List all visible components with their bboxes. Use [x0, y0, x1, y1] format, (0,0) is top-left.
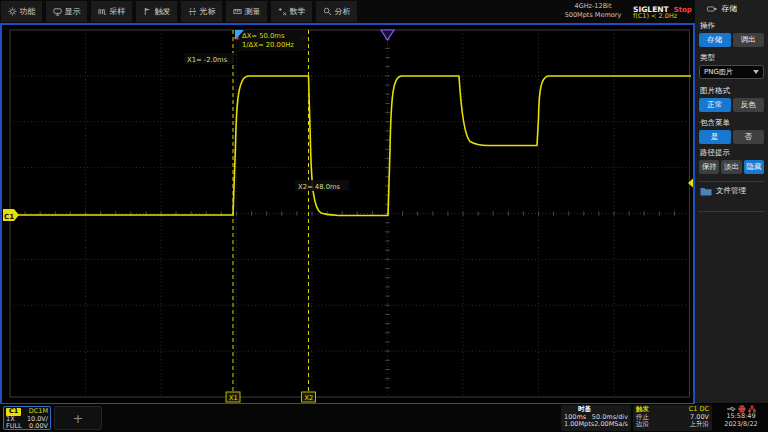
- x2-value: X2= 48.0ms: [298, 183, 341, 191]
- menu-acquire[interactable]: 采样: [91, 1, 132, 22]
- clock-area: 15:58:49 2023/8/22: [716, 405, 766, 431]
- delta-x-value: ΔX= 50.0ms: [242, 32, 285, 40]
- path-hint-label: 路径提示: [700, 148, 730, 158]
- operation-label: 操作: [700, 21, 715, 31]
- menu-trigger[interactable]: 触发: [136, 1, 177, 22]
- menu-math[interactable]: 数学: [271, 1, 312, 22]
- include-menu-label: 包含菜单: [700, 118, 730, 128]
- channel1-descriptor[interactable]: C1 DC1M 1X 10.0V/ FULL 0.00V: [3, 406, 51, 430]
- inverse-delta-x-value: 1/ΔX= 20.00Hz: [242, 41, 294, 49]
- timebase-samplerate: 2.00MSa/s: [594, 421, 628, 429]
- recall-button[interactable]: 调出: [733, 33, 765, 47]
- operation-buttons: 存储 调出: [699, 33, 764, 47]
- display-icon: [53, 7, 62, 16]
- trigger-type: 边沿: [636, 421, 649, 429]
- channel1-level-tag[interactable]: C1: [3, 209, 19, 221]
- path-hint-keep-button[interactable]: 保持: [699, 160, 719, 174]
- top-menu-bar: 功能 显示 采样 触发 光标 测量 数学 分析: [0, 0, 768, 23]
- x1-value: X1= -2.0ms: [187, 56, 228, 64]
- storage-icon: [707, 5, 717, 13]
- include-menu-no-button[interactable]: 否: [733, 130, 765, 144]
- storage-menu-title: 存储: [721, 3, 737, 14]
- channel1-offset: 0.00V: [29, 423, 48, 431]
- storage-menu-panel: 存储 操作 存储 调出 类型 PNG图片 图片格式 正常 反色 包含菜单 是 否…: [695, 0, 768, 403]
- menu-trigger-label: 触发: [155, 6, 171, 17]
- cursor-x1-tag-text: X1: [229, 394, 238, 402]
- cursor-x1-tag[interactable]: X1: [226, 392, 240, 402]
- chevron-down-icon: [753, 70, 759, 74]
- bandwidth-text: 4GHz-12Bit: [556, 2, 630, 11]
- plus-icon: +: [73, 412, 84, 425]
- storage-menu-header: 存储: [695, 0, 768, 17]
- trigger-slope: 上升沿: [690, 421, 710, 429]
- menu-analysis[interactable]: 分析: [316, 1, 357, 22]
- sampling-icon: [98, 7, 107, 16]
- scope-spec: 4GHz-12Bit 500Mpts Memory: [556, 2, 630, 20]
- timebase-descriptor[interactable]: 时基 100ms 50.0ms/div 1.00Mpts 2.00MSa/s: [561, 405, 631, 431]
- waveform-display-area: ΔX= 50.0ms 1/ΔX= 20.00Hz X1= -2.0ms X2= …: [0, 23, 695, 405]
- bottom-status-bar: C1 DC1M 1X 10.0V/ FULL 0.00V + 时基 100ms …: [0, 404, 768, 432]
- analysis-icon: [323, 7, 332, 16]
- menu-display[interactable]: 显示: [46, 1, 87, 22]
- flag-icon: [143, 7, 152, 16]
- grid-lines: [10, 30, 690, 397]
- clock-date: 2023/8/22: [716, 421, 766, 429]
- channel1-bandwidth: FULL: [6, 423, 22, 431]
- math-icon: [278, 7, 287, 16]
- file-manager-button[interactable]: 文件管理: [700, 186, 746, 196]
- path-hint-hide-button[interactable]: 隐藏: [744, 160, 764, 174]
- menu-display-label: 显示: [65, 6, 81, 17]
- menu-utility[interactable]: 功能: [1, 1, 42, 22]
- gear-icon: [8, 7, 17, 16]
- cursor-x2-tag-text: X2: [305, 394, 314, 402]
- trigger-position-marker[interactable]: [381, 30, 394, 40]
- image-format-buttons: 正常 反色: [699, 98, 764, 112]
- axis-ticks: [10, 30, 674, 388]
- menu-cursors[interactable]: 光标: [181, 1, 222, 22]
- path-hint-buttons: 保持 淡出 隐藏: [699, 160, 764, 174]
- include-menu-buttons: 是 否: [699, 130, 764, 144]
- file-type-value: PNG图片: [704, 67, 733, 77]
- include-menu-yes-button[interactable]: 是: [699, 130, 731, 144]
- menu-cursors-label: 光标: [200, 6, 216, 17]
- sidebar-divider: [698, 181, 765, 182]
- trigger-descriptor[interactable]: 触发 C1 DC 停止 7.00V 边沿 上升沿: [633, 405, 712, 431]
- file-type-dropdown[interactable]: PNG图片: [699, 65, 764, 79]
- timebase-points: 1.00Mpts: [564, 421, 594, 429]
- oscilloscope-screen: 功能 显示 采样 触发 光标 测量 数学 分析: [0, 0, 768, 432]
- format-invert-button[interactable]: 反色: [733, 98, 765, 112]
- measure-icon: [233, 7, 242, 16]
- frequency-counter: f(C1) < 2.0Hz: [633, 12, 677, 20]
- trigger-level-arrow[interactable]: [688, 179, 693, 188]
- save-button[interactable]: 存储: [699, 33, 731, 47]
- menu-analysis-label: 分析: [335, 6, 351, 17]
- folder-icon: [700, 187, 712, 196]
- image-format-label: 图片格式: [700, 86, 730, 96]
- channel1-level-tag-text: C1: [4, 213, 14, 221]
- memory-text: 500Mpts Memory: [556, 11, 630, 20]
- waveform-trace-c1: [18, 76, 691, 216]
- menu-acquire-label: 采样: [110, 6, 126, 17]
- cursors-icon: [188, 7, 197, 16]
- menu-measure-label: 测量: [245, 6, 261, 17]
- cursor-x2-tag[interactable]: X2: [302, 392, 316, 402]
- path-hint-fade-button[interactable]: 淡出: [721, 160, 741, 174]
- menu-measure[interactable]: 测量: [226, 1, 267, 22]
- file-manager-label: 文件管理: [716, 186, 746, 196]
- add-channel-box[interactable]: +: [54, 406, 102, 430]
- sidebar-divider-2: [698, 211, 765, 212]
- type-label: 类型: [700, 53, 715, 63]
- menu-math-label: 数学: [290, 6, 306, 17]
- format-normal-button[interactable]: 正常: [699, 98, 731, 112]
- menu-utility-label: 功能: [20, 6, 36, 17]
